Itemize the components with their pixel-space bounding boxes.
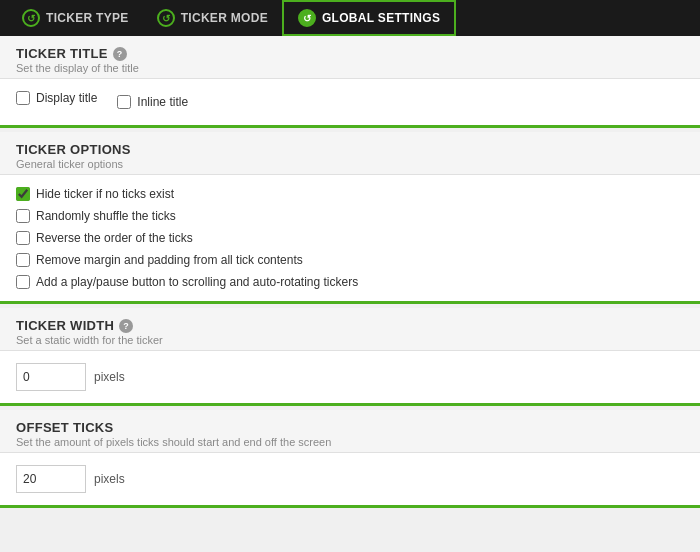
hide-ticker-row[interactable]: Hide ticker if no ticks exist	[16, 187, 684, 201]
ticker-title-header: TICKER TITLE ? Set the display of the ti…	[0, 36, 700, 79]
offset-ticks-section: OFFSET TICKS Set the amount of pixels ti…	[0, 410, 700, 508]
inline-title-row[interactable]: Inline title	[117, 95, 188, 109]
ticker-width-help-icon[interactable]: ?	[119, 319, 133, 333]
ticker-options-body: Hide ticker if no ticks exist Randomly s…	[0, 175, 700, 301]
ticker-title-help-icon[interactable]: ?	[113, 47, 127, 61]
offset-ticks-unit: pixels	[94, 472, 125, 486]
ticker-width-header: TICKER WIDTH ? Set a static width for th…	[0, 308, 700, 351]
offset-ticks-body: pixels	[0, 453, 700, 505]
top-nav: ↺ TICKER TYPE ↺ TICKER MODE ↺ GLOBAL SET…	[0, 0, 700, 36]
global-settings-icon: ↺	[298, 9, 316, 27]
ticker-title-checkboxes: Display title Inline title	[16, 91, 684, 113]
ticker-width-body: pixels	[0, 351, 700, 403]
ticker-width-section: TICKER WIDTH ? Set a static width for th…	[0, 308, 700, 406]
reverse-order-checkbox[interactable]	[16, 231, 30, 245]
display-title-checkbox[interactable]	[16, 91, 30, 105]
nav-tab-ticker-type[interactable]: ↺ TICKER TYPE	[8, 0, 143, 36]
ticker-title-subtitle: Set the display of the title	[16, 62, 684, 74]
ticker-width-input-row: pixels	[16, 363, 684, 391]
play-pause-row[interactable]: Add a play/pause button to scrolling and…	[16, 275, 684, 289]
reverse-order-row[interactable]: Reverse the order of the ticks	[16, 231, 684, 245]
inline-title-label: Inline title	[137, 95, 188, 109]
display-title-label: Display title	[36, 91, 97, 105]
shuffle-ticks-label: Randomly shuffle the ticks	[36, 209, 176, 223]
ticker-title-heading: TICKER TITLE ?	[16, 46, 684, 61]
ticker-width-heading: TICKER WIDTH ?	[16, 318, 684, 333]
inline-title-checkbox[interactable]	[117, 95, 131, 109]
hide-ticker-label: Hide ticker if no ticks exist	[36, 187, 174, 201]
remove-margin-checkbox[interactable]	[16, 253, 30, 267]
play-pause-label: Add a play/pause button to scrolling and…	[36, 275, 358, 289]
global-settings-label: GLOBAL SETTINGS	[322, 11, 440, 25]
ticker-type-label: TICKER TYPE	[46, 11, 129, 25]
nav-tab-ticker-mode[interactable]: ↺ TICKER MODE	[143, 0, 282, 36]
ticker-mode-label: TICKER MODE	[181, 11, 268, 25]
ticker-options-section: TICKER OPTIONS General ticker options Hi…	[0, 132, 700, 304]
reverse-order-label: Reverse the order of the ticks	[36, 231, 193, 245]
offset-ticks-input[interactable]	[16, 465, 86, 493]
shuffle-ticks-row[interactable]: Randomly shuffle the ticks	[16, 209, 684, 223]
ticker-title-section: TICKER TITLE ? Set the display of the ti…	[0, 36, 700, 128]
ticker-width-unit: pixels	[94, 370, 125, 384]
ticker-options-subtitle: General ticker options	[16, 158, 684, 170]
remove-margin-row[interactable]: Remove margin and padding from all tick …	[16, 253, 684, 267]
ticker-width-input[interactable]	[16, 363, 86, 391]
display-title-row[interactable]: Display title	[16, 91, 97, 105]
remove-margin-label: Remove margin and padding from all tick …	[36, 253, 303, 267]
ticker-options-heading: TICKER OPTIONS	[16, 142, 684, 157]
nav-tab-global-settings[interactable]: ↺ GLOBAL SETTINGS	[282, 0, 456, 36]
offset-ticks-header: OFFSET TICKS Set the amount of pixels ti…	[0, 410, 700, 453]
offset-ticks-input-row: pixels	[16, 465, 684, 493]
hide-ticker-checkbox[interactable]	[16, 187, 30, 201]
main-content: TICKER TITLE ? Set the display of the ti…	[0, 36, 700, 508]
ticker-title-body: Display title Inline title	[0, 79, 700, 125]
offset-ticks-subtitle: Set the amount of pixels ticks should st…	[16, 436, 684, 448]
ticker-width-subtitle: Set a static width for the ticker	[16, 334, 684, 346]
ticker-mode-icon: ↺	[157, 9, 175, 27]
ticker-options-header: TICKER OPTIONS General ticker options	[0, 132, 700, 175]
shuffle-ticks-checkbox[interactable]	[16, 209, 30, 223]
ticker-type-icon: ↺	[22, 9, 40, 27]
offset-ticks-heading: OFFSET TICKS	[16, 420, 684, 435]
play-pause-checkbox[interactable]	[16, 275, 30, 289]
